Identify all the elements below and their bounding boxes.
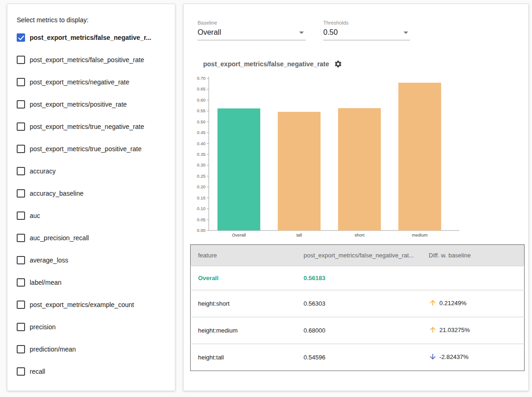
metric-label: precision (30, 323, 56, 331)
bar-medium[interactable] (398, 83, 441, 231)
diff-value: 0.21249% (439, 300, 467, 307)
thresholds-selected-value: 0.50 (323, 28, 338, 37)
metric-checkbox-item[interactable]: post_export_metrics/positive_rate (17, 93, 166, 115)
checkbox-unchecked-icon[interactable] (17, 301, 25, 309)
dropdown-arrow-icon (404, 32, 408, 34)
metric-checkbox-item[interactable]: recall (17, 360, 166, 383)
feature-cell: height:tall (191, 344, 296, 371)
thresholds-select-label: Thresholds (323, 20, 410, 26)
metric-value-cell: 0.54596 (296, 344, 422, 371)
metric-checkbox-item[interactable]: label/mean (17, 271, 166, 294)
metric-label: accuracy (30, 167, 56, 175)
baseline-select-label: Baseline (198, 20, 306, 26)
metric-checkbox-item[interactable]: post_export_metrics/true_positive_rate (17, 138, 166, 160)
svg-text:0.55: 0.55 (197, 108, 206, 113)
x-axis-tick-label: short (354, 232, 364, 237)
metrics-panel-title: Select metrics to display: (17, 16, 166, 24)
checkbox-checked-icon[interactable] (17, 33, 25, 42)
metric-label: post_export_metrics/true_negative_rate (30, 123, 144, 130)
metric-checkbox-item[interactable]: accuracy_baseline (17, 182, 166, 205)
diff-cell: -2.82437% (421, 344, 524, 371)
svg-text:0.00: 0.00 (197, 228, 206, 233)
checkbox-unchecked-icon[interactable] (17, 78, 25, 86)
x-axis-tick-label: medium (412, 232, 428, 237)
checkbox-unchecked-icon[interactable] (17, 122, 25, 131)
metric-list: post_export_metrics/false_negative_r...p… (17, 26, 166, 383)
bar-short[interactable] (338, 108, 381, 231)
thresholds-select[interactable]: Thresholds 0.50 (323, 20, 410, 40)
metric-label: post_export_metrics/false_positive_rate (30, 56, 144, 64)
controls-row: Baseline Overall Thresholds 0.50 (198, 20, 522, 40)
results-table-body: Overall0.56183height:short0.563030.21249… (191, 266, 525, 371)
checkbox-unchecked-icon[interactable] (17, 145, 25, 153)
bar-chart: 0.000.050.100.150.200.250.300.350.400.45… (190, 73, 468, 241)
metric-label: prediction/mean (30, 346, 76, 353)
metric-checkbox-item[interactable]: post_export_metrics/false_positive_rate (17, 49, 166, 71)
bar-Overall[interactable] (218, 109, 260, 231)
x-axis-tick-label: tall (296, 232, 302, 237)
metric-checkbox-item[interactable]: prediction/mean (17, 338, 166, 360)
metric-checkbox-item[interactable]: post_export_metrics/true_negative_rate (17, 115, 166, 138)
baseline-select[interactable]: Baseline Overall (198, 20, 306, 40)
chart-header: post_export_metrics/false_negative_rate (203, 60, 522, 68)
column-header-diff: Diff. w. baseline (421, 245, 524, 266)
metric-checkbox-item[interactable]: precision (17, 316, 166, 338)
diff-value: -2.82437% (439, 353, 468, 360)
metric-checkbox-item[interactable]: average_loss (17, 249, 166, 271)
metric-label: post_export_metrics/false_negative_r... (30, 34, 151, 41)
svg-text:0.60: 0.60 (197, 97, 206, 102)
checkbox-unchecked-icon[interactable] (17, 167, 25, 175)
table-row[interactable]: height:short0.563030.21249% (191, 290, 525, 317)
bar-tall[interactable] (278, 112, 320, 231)
metric-selection-panel: Select metrics to display: post_export_m… (7, 4, 175, 391)
metric-label: auc (30, 212, 40, 219)
svg-text:0.25: 0.25 (197, 173, 206, 179)
metric-checkbox-item[interactable]: auc (17, 205, 166, 227)
up-arrow-icon (429, 299, 437, 307)
metric-checkbox-item[interactable]: post_export_metrics/false_negative_r... (17, 26, 166, 49)
table-row[interactable]: Overall0.56183 (191, 266, 525, 290)
checkbox-unchecked-icon[interactable] (17, 234, 25, 242)
settings-gear-icon[interactable] (334, 60, 342, 68)
checkbox-unchecked-icon[interactable] (17, 211, 25, 220)
svg-text:0.50: 0.50 (197, 119, 206, 124)
metric-label: post_export_metrics/positive_rate (30, 101, 127, 108)
metric-label: auc_precision_recall (30, 234, 89, 242)
metric-checkbox-item[interactable]: auc_precision_recall (17, 227, 166, 249)
table-row[interactable]: height:medium0.6800021.03275% (191, 317, 525, 344)
chart-title: post_export_metrics/false_negative_rate (203, 60, 329, 68)
checkbox-unchecked-icon[interactable] (17, 367, 25, 376)
results-panel: Baseline Overall Thresholds 0.50 post_ex… (183, 4, 529, 391)
checkbox-unchecked-icon[interactable] (17, 256, 25, 264)
thresholds-select-box[interactable]: 0.50 (323, 28, 410, 40)
metric-checkbox-item[interactable]: accuracy (17, 160, 166, 182)
checkbox-unchecked-icon[interactable] (17, 189, 25, 198)
table-row[interactable]: height:tall0.54596-2.82437% (191, 344, 525, 371)
baseline-selected-value: Overall (198, 28, 221, 37)
x-axis-tick-label: Overall (232, 232, 246, 237)
svg-text:0.30: 0.30 (197, 162, 206, 167)
checkbox-unchecked-icon[interactable] (17, 345, 25, 353)
down-arrow-icon (429, 352, 437, 361)
column-header-metric: post_export_metrics/false_negative_rat..… (296, 245, 422, 266)
baseline-select-box[interactable]: Overall (198, 28, 306, 40)
table-header-row: feature post_export_metrics/false_negati… (191, 245, 525, 266)
metric-checkbox-item[interactable]: post_export_metrics/negative_rate (17, 71, 166, 93)
diff-cell (421, 266, 524, 290)
checkbox-unchecked-icon[interactable] (17, 278, 25, 287)
checkbox-unchecked-icon[interactable] (17, 100, 25, 109)
metric-label: recall (30, 368, 45, 375)
metric-label: post_export_metrics/example_count (30, 301, 134, 308)
checkbox-unchecked-icon[interactable] (17, 323, 25, 331)
checkbox-unchecked-icon[interactable] (17, 56, 25, 64)
metric-value-cell: 0.68000 (296, 317, 422, 344)
feature-cell: height:medium (191, 317, 296, 344)
diff-cell: 21.03275% (421, 317, 524, 344)
svg-text:0.10: 0.10 (197, 206, 206, 211)
svg-text:0.35: 0.35 (197, 152, 206, 157)
metric-label: average_loss (30, 256, 68, 264)
metric-checkbox-item[interactable]: post_export_metrics/example_count (17, 294, 166, 316)
up-arrow-icon (429, 326, 437, 334)
column-header-feature: feature (191, 245, 296, 266)
metric-value-cell: 0.56303 (296, 290, 422, 317)
